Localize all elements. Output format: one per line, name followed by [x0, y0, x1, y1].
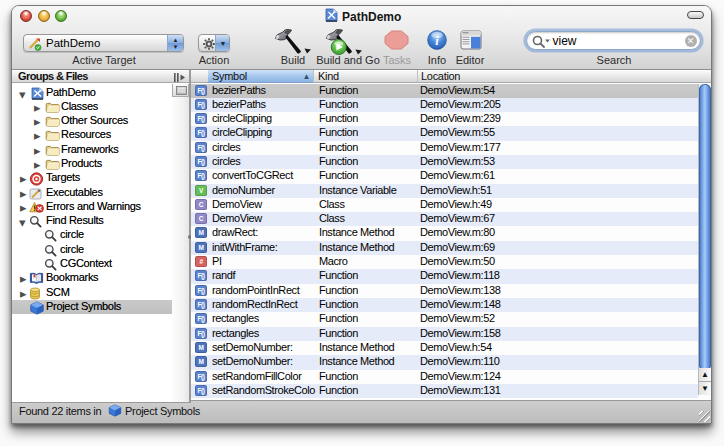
svg-text:i: i: [435, 34, 439, 48]
